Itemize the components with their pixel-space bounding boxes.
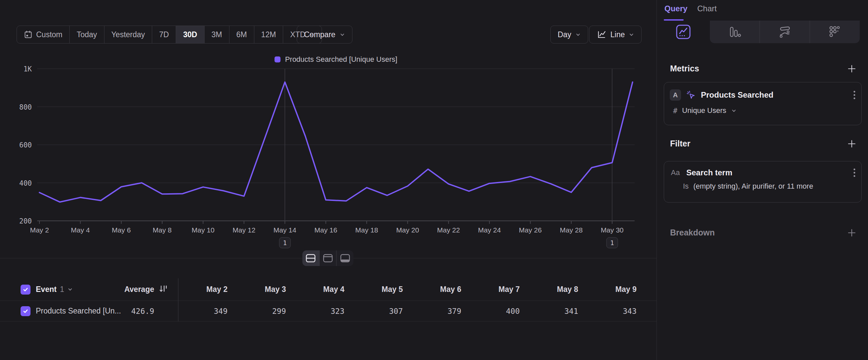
event-count: 1 <box>60 285 64 294</box>
filter-property-name[interactable]: Search term <box>686 168 848 177</box>
charttab-insights[interactable] <box>657 21 710 43</box>
annotation-count: 1 <box>610 239 614 246</box>
charttab-retention[interactable] <box>810 21 860 43</box>
preset-label: Today <box>76 30 97 39</box>
column-header[interactable]: May 4 <box>286 278 344 301</box>
column-header[interactable]: May 7 <box>461 278 520 301</box>
y-axis-label: 200 <box>19 217 32 225</box>
granularity-button[interactable]: Day <box>550 26 588 44</box>
x-axis-label: May 6 <box>112 226 131 234</box>
charttab-flows[interactable] <box>760 21 810 43</box>
x-axis-label: May 10 <box>192 226 215 234</box>
filter-operator[interactable]: Is <box>683 182 689 191</box>
calendar-icon <box>24 30 32 39</box>
y-axis-label: 800 <box>19 103 32 111</box>
metrics-heading: Metrics <box>670 64 699 74</box>
preset-label: 30D <box>183 30 197 39</box>
charttab-bar-breakdown[interactable] <box>710 21 760 43</box>
add-breakdown-button[interactable] <box>846 227 858 239</box>
retention-icon <box>828 25 841 38</box>
check-icon <box>23 308 29 314</box>
preset-label: Custom <box>36 30 62 39</box>
flows-icon <box>778 25 792 38</box>
tab-chart[interactable]: Chart <box>697 4 717 13</box>
event-cursor-icon <box>686 90 695 100</box>
plus-icon <box>847 139 856 148</box>
average-header[interactable]: Average <box>80 278 154 301</box>
preset-today[interactable]: Today <box>69 26 104 43</box>
filter-card[interactable]: Aa Search term Is (empty string), Air pu… <box>664 161 862 202</box>
chevron-down-icon <box>67 286 73 292</box>
preset-label: Yesterday <box>112 30 145 39</box>
x-axis-label: May 14 <box>274 226 297 234</box>
insights-icon <box>676 24 691 39</box>
main-area: CustomTodayYesterday7D30D3M6M12MXTD Comp… <box>0 0 656 360</box>
metric-name[interactable]: Products Searched <box>701 90 848 100</box>
compare-button[interactable]: Compare <box>297 26 352 44</box>
cell-value: 299 <box>227 301 286 321</box>
table-header-row: Event 1 Average May 2May 3May 4May 5May … <box>0 278 656 301</box>
legend-label: Products Searched [Unique Users] <box>285 55 398 64</box>
preset-30d[interactable]: 30D <box>176 26 204 43</box>
column-header[interactable]: May 3 <box>227 278 286 301</box>
x-axis-label: May 12 <box>232 226 255 234</box>
preset-3m[interactable]: 3M <box>204 26 229 43</box>
select-all-checkbox[interactable] <box>21 285 31 295</box>
preset-12m[interactable]: 12M <box>254 26 283 43</box>
aggregation-symbol: # <box>673 107 677 115</box>
split-view-icon <box>305 254 316 263</box>
chart-type-button[interactable]: Line <box>589 26 642 44</box>
table-view-button[interactable] <box>336 250 353 266</box>
preset-yesterday[interactable]: Yesterday <box>104 26 152 43</box>
preset-6m[interactable]: 6M <box>229 26 254 43</box>
metric-letter-badge: A <box>670 89 681 101</box>
plus-icon <box>847 64 856 73</box>
line-series[interactable] <box>39 82 632 202</box>
line-chart-icon <box>596 30 607 39</box>
line-chart[interactable]: 2004006008001KMay 2May 4May 6May 8May 10… <box>0 65 656 259</box>
query-panel: Query Chart <box>656 0 868 360</box>
chart-legend: Products Searched [Unique Users] <box>37 55 634 64</box>
chevron-down-icon <box>340 32 345 37</box>
chart-view-icon <box>322 254 333 263</box>
add-metric-button[interactable] <box>846 63 858 74</box>
event-header[interactable]: Event 1 <box>36 278 73 301</box>
breakdown-heading: Breakdown <box>670 228 715 238</box>
date-preset-group: CustomTodayYesterday7D30D3M6M12MXTD <box>17 26 322 44</box>
view-toggle <box>302 250 353 266</box>
sort-descending-icon[interactable] <box>158 285 168 295</box>
split-view-button[interactable] <box>302 250 319 266</box>
cell-value: 379 <box>403 301 461 321</box>
column-header[interactable]: May 5 <box>344 278 403 301</box>
granularity-label: Day <box>558 30 571 39</box>
chart-view-button[interactable] <box>319 250 337 266</box>
column-header[interactable]: May 8 <box>520 278 578 301</box>
table-view-icon <box>340 254 350 263</box>
bar-chart-icon <box>728 25 741 38</box>
aggregation-selector[interactable]: Unique Users <box>682 106 726 115</box>
table-column-divider <box>178 278 178 322</box>
kebab-menu-icon[interactable] <box>853 168 856 178</box>
column-header[interactable]: May 9 <box>578 278 637 301</box>
y-axis-label: 400 <box>19 179 32 187</box>
preset-label: 7D <box>159 30 169 39</box>
column-header[interactable]: May 6 <box>403 278 461 301</box>
chart-type-tab-strip <box>710 21 860 43</box>
x-axis-label: May 28 <box>560 226 583 234</box>
preset-label: 3M <box>212 30 222 39</box>
y-axis-label: 600 <box>19 141 32 149</box>
preset-7d[interactable]: 7D <box>152 26 176 43</box>
tab-query[interactable]: Query <box>664 4 687 13</box>
table-row-values: 349299323307379400341343 <box>169 301 637 321</box>
add-filter-button[interactable] <box>846 138 858 149</box>
x-axis-label: May 20 <box>396 226 419 234</box>
kebab-menu-icon[interactable] <box>853 90 856 100</box>
series-checkbox[interactable] <box>21 306 31 316</box>
table-row[interactable]: Products Searched [Un... 426.9 349299323… <box>0 301 656 322</box>
filter-value[interactable]: (empty string), Air purifier, or 11 more <box>693 182 813 191</box>
x-axis-label: May 2 <box>30 226 49 234</box>
cell-value: 400 <box>461 301 520 321</box>
metric-card[interactable]: A Products Searched # Unique Users <box>664 82 862 125</box>
preset-custom[interactable]: Custom <box>17 26 69 43</box>
annotation-count: 1 <box>283 239 287 246</box>
